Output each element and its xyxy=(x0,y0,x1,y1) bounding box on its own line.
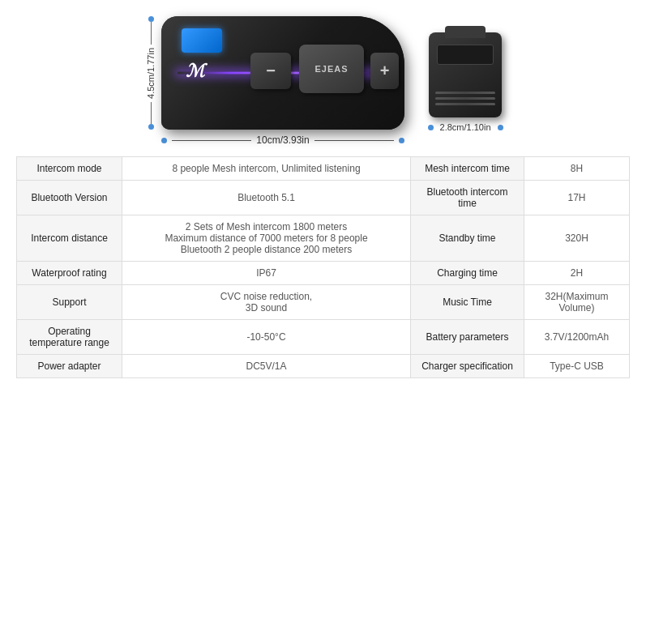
spec-left-value: IP67 xyxy=(122,262,411,285)
spec-right-label: Charger specification xyxy=(411,355,524,378)
spec-right-label: Bluetooth intercom time xyxy=(411,181,524,215)
spec-right-value: 32H(Maximum Volume) xyxy=(524,285,630,320)
spec-left-label: Waterproof rating xyxy=(17,262,122,285)
spec-left-value: 8 people Mesh intercom, Unlimited listen… xyxy=(122,157,411,181)
width-dimension-right: 2.8cm/1.10in xyxy=(429,122,502,132)
right-device-body xyxy=(429,32,502,117)
spec-right-label: Battery parameters xyxy=(411,320,524,355)
spec-left-label: Operating temperature range xyxy=(17,320,122,355)
spec-right-value: 17H xyxy=(524,181,630,215)
blue-screen xyxy=(182,28,222,53)
spec-right-value: Type-C USB xyxy=(524,355,630,378)
spec-left-value: CVC noise reduction, 3D sound xyxy=(122,285,411,320)
left-device-body: ℳ − EJEAS + xyxy=(161,16,404,130)
width-dim-label-right: 2.8cm/1.10in xyxy=(440,122,491,132)
width-dimension-left: 10cm/3.93in xyxy=(161,134,404,146)
width-dim-label-left: 10cm/3.93in xyxy=(256,134,309,146)
spec-right-value: 2H xyxy=(524,262,630,285)
product-section: 4.5cm/1.77in ℳ − xyxy=(16,8,630,150)
spec-left-value: Bluetooth 5.1 xyxy=(122,181,411,215)
device-side-screen xyxy=(437,45,494,65)
spec-left-label: Power adapter xyxy=(17,355,122,378)
specs-table: Intercom mode8 people Mesh intercom, Unl… xyxy=(16,156,630,378)
height-dim-label: 4.5cm/1.77in xyxy=(144,45,157,102)
product-right: 2.8cm/1.10in xyxy=(429,32,502,132)
spec-right-label: Mesh intercom time xyxy=(411,157,524,181)
spec-left-label: Intercom mode xyxy=(17,157,122,181)
ejeas-button: EJEAS xyxy=(299,45,364,93)
spec-left-value: DC5V/1A xyxy=(122,355,411,378)
spec-right-label: Charging time xyxy=(411,262,524,285)
spec-right-label: Standby time xyxy=(411,215,524,262)
minus-button: − xyxy=(250,53,291,89)
spec-left-label: Intercom distance xyxy=(17,215,122,262)
spec-left-value: -10-50°C xyxy=(122,320,411,355)
spec-right-value: 320H xyxy=(524,215,630,262)
page-container: 4.5cm/1.77in ℳ − xyxy=(0,0,646,386)
spec-left-value: 2 Sets of Mesh intercom 1800 meters Maxi… xyxy=(122,215,411,262)
ejeas-label: EJEAS xyxy=(314,64,348,74)
height-dimension: 4.5cm/1.77in xyxy=(144,16,157,130)
plus-button: + xyxy=(370,53,399,89)
product-left: 4.5cm/1.77in ℳ − xyxy=(144,16,404,146)
spec-right-value: 8H xyxy=(524,157,630,181)
mesh-icon: ℳ xyxy=(186,61,205,82)
device-clip xyxy=(445,26,486,38)
spec-right-label: Music Time xyxy=(411,285,524,320)
spec-right-value: 3.7V/1200mAh xyxy=(524,320,630,355)
spec-left-label: Bluetooth Version xyxy=(17,181,122,215)
spec-left-label: Support xyxy=(17,285,122,320)
